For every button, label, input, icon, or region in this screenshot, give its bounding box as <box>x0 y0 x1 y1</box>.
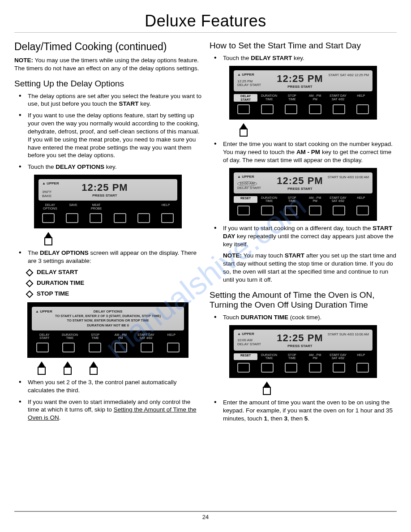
key-startday: START DAYSAT 4/02 <box>326 353 349 360</box>
text-bold: DURATION TIME <box>241 314 288 321</box>
delay-label: DELAY START <box>237 343 276 347</box>
upper-label: ▲ UPPER <box>237 175 276 179</box>
heading-duration: Setting the Amount of Time the Oven is O… <box>210 290 397 310</box>
key-help: HELP <box>350 94 372 102</box>
key-meat-probe: MEATPROBE <box>85 203 108 210</box>
panel-button <box>309 206 321 215</box>
panel-button <box>36 343 49 352</box>
press-start: PRESS START <box>81 193 129 197</box>
heading-delay-timed: Delay/Timed Cooking (continued) <box>14 41 201 53</box>
opt-delay-start: DELAY START <box>27 268 201 276</box>
text: key repeatedly until the correct day app… <box>223 233 394 248</box>
text: (cook time). <box>288 314 321 321</box>
oven-panel-e: ▲ UPPER 10:00 AM DELAY START 12:25 PM PR… <box>229 325 377 378</box>
pointer-arrow-icon <box>43 232 54 245</box>
upper-label: ▲ UPPER <box>237 73 276 77</box>
panel-button <box>261 104 274 114</box>
text: . <box>308 415 309 422</box>
panel-button <box>356 104 369 114</box>
panel-button <box>62 343 75 352</box>
press-start: PRESS START <box>276 344 324 348</box>
panel-button <box>333 104 345 114</box>
panel-button <box>141 343 153 352</box>
text: . <box>59 414 61 421</box>
right-bullet-2: Enter the time you want to start cooking… <box>210 140 397 164</box>
clock: 12:25 PM <box>276 332 324 344</box>
key-save: SAVE <box>62 203 85 210</box>
start-info: START SUN 4/03 10:00 AM <box>324 332 369 336</box>
msg1: TO START LATER, ENTER 2 OF 3 (START, DUR… <box>35 314 180 318</box>
text-bold: DELAY OPTIONS <box>56 163 104 170</box>
key-ampm: AM - PMPM <box>304 196 326 203</box>
pointer-arrow-icon <box>62 361 73 374</box>
panel-button <box>309 363 321 373</box>
page-number: 24 <box>202 514 209 520</box>
text-bold: DELAY OPTIONS <box>40 249 89 256</box>
text: The delay options are set after you sele… <box>28 93 201 107</box>
panel-button <box>356 206 369 215</box>
text-bold: 1 <box>264 415 268 422</box>
key-ampm: AM - PMPM <box>304 353 326 360</box>
left-bullet-4: The DELAY OPTIONS screen will appear on … <box>14 249 201 265</box>
right-column: How to Set the Start Time and Start Day … <box>210 36 397 426</box>
upper-label: ▲ UPPER <box>237 332 276 336</box>
key-stop: STOPTIME <box>281 196 304 203</box>
text-bold: START <box>119 100 138 107</box>
delay-label: DELAY START <box>237 83 276 87</box>
text: The <box>28 249 40 256</box>
heading-set-start: How to Set the Start Time and Start Day <box>210 41 397 51</box>
press-start: PRESS START <box>276 85 324 89</box>
press-start: PRESS START <box>276 187 324 191</box>
panel-button <box>167 343 180 352</box>
text: Touch <box>223 314 241 321</box>
delay-label: DELAY START <box>237 186 276 190</box>
note-text: You may use the timers while using the d… <box>14 57 199 72</box>
key-stop: STOPTIME <box>281 353 304 360</box>
note-label: NOTE: <box>223 252 242 259</box>
text-bold: START <box>285 252 304 259</box>
oven-panel-d: ▲ UPPER 10:00 AM DELAY START 12:25 PM PR… <box>229 168 377 221</box>
key-stop: STOPTIME <box>82 333 108 340</box>
page-title: Deluxe Features <box>145 12 266 30</box>
oven-panel-a: ▲ UPPER 350°F BAKE 12:25 PM PRESS START … <box>34 175 182 228</box>
text: , then <box>287 415 304 422</box>
right-bullet-3: If you want to start cooking on a differ… <box>210 224 397 248</box>
left-bullet-6: If you want the oven to start immediatel… <box>14 398 201 422</box>
key-delay-start-highlight: DELAYSTART <box>234 94 257 102</box>
msg2: TO START NOW, ENTER DURATION OR STOP TIM… <box>35 319 180 323</box>
key-startday: START DAYSAT 4/02 <box>133 333 159 340</box>
key-delay-options: DELAYOPTIONS <box>39 203 62 210</box>
panel-button <box>89 343 101 352</box>
panel-button <box>42 213 55 223</box>
note-1: NOTE: You may use the timers while using… <box>14 56 201 73</box>
oven-panel-c: ▲ UPPER 12:25 PM DELAY START 12:25 PM PR… <box>229 66 377 120</box>
key-reset-highlight: RESET <box>234 196 257 203</box>
right-bullet-1: Touch the DELAY START key. <box>210 54 397 62</box>
panel-button <box>90 213 102 223</box>
panel-button <box>114 213 126 223</box>
key-reset-highlight: RESET <box>234 353 257 360</box>
page-footer: 24 <box>14 511 397 520</box>
text: You may touch <box>242 252 285 259</box>
right-bullet-5: Enter the amount of time you want the ov… <box>210 399 397 422</box>
panel-button <box>285 104 297 114</box>
panel-button <box>237 104 250 114</box>
note-2: NOTE: You may touch START after you set … <box>223 252 397 283</box>
key-stop: STOPTIME <box>281 94 304 102</box>
text-bold: DELAY START <box>251 55 292 61</box>
key-duration: DURATIONTIME <box>57 333 83 340</box>
key-duration: DURATIONTIME <box>257 94 280 102</box>
panel-button <box>261 206 274 215</box>
text: Touch the <box>28 163 56 170</box>
left-bullet-5: When you set 2 of the 3, the control pan… <box>14 378 201 395</box>
left-bullet-1: The delay options are set after you sele… <box>14 92 201 108</box>
text: key. <box>104 163 117 170</box>
text: , then <box>267 415 284 422</box>
panel-button <box>161 213 174 223</box>
key-help: HELP <box>158 333 184 340</box>
start-info: START SAT 4/02 12:25 PM <box>324 73 369 77</box>
key-duration: DURATIONTIME <box>257 196 280 203</box>
page-title-bar: Deluxe Features <box>14 9 397 33</box>
panel-button <box>115 343 127 352</box>
left-bullet-3: Touch the DELAY OPTIONS key. <box>14 163 201 171</box>
